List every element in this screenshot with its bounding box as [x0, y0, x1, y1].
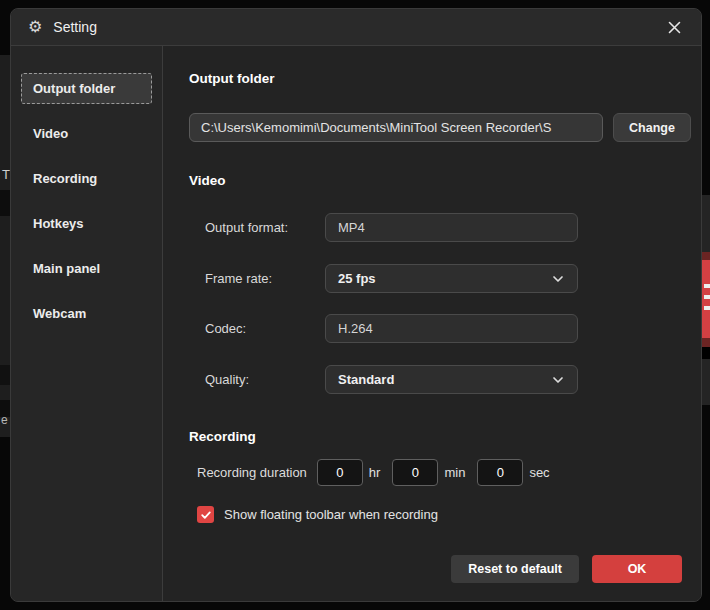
codec-value: H.264: [338, 321, 373, 336]
frame-rate-label: Frame rate:: [205, 271, 325, 286]
titlebar: ⚙ Setting: [11, 9, 701, 46]
record-button-glyph-line: [704, 295, 710, 299]
settings-content: Output folder Change Video Output format…: [163, 46, 701, 601]
record-button-fragment-top: [702, 252, 710, 260]
change-folder-button[interactable]: Change: [613, 113, 691, 142]
recording-heading: Recording: [189, 428, 691, 445]
record-button-glyph-line: [704, 306, 710, 310]
output-format-field[interactable]: MP4: [325, 213, 578, 242]
output-format-row: Output format: MP4: [189, 213, 691, 242]
settings-sidebar: Output folder Video Recording Hotkeys Ma…: [11, 46, 163, 601]
sidebar-item-recording[interactable]: Recording: [21, 163, 152, 194]
quality-dropdown[interactable]: Standard: [325, 365, 578, 394]
background-block: [702, 347, 710, 359]
close-icon: [668, 21, 681, 34]
video-heading: Video: [189, 172, 691, 189]
hours-unit-label: hr: [369, 465, 381, 480]
background-block: [0, 365, 10, 385]
output-format-label: Output format:: [205, 220, 325, 235]
reset-to-default-button[interactable]: Reset to default: [451, 555, 579, 583]
output-format-value: MP4: [338, 220, 365, 235]
quality-value: Standard: [338, 372, 394, 387]
seconds-unit-label: sec: [529, 465, 549, 480]
minutes-unit-label: min: [444, 465, 465, 480]
close-button[interactable]: [664, 17, 684, 37]
output-path-input[interactable]: [189, 113, 603, 142]
duration-minutes-input[interactable]: [392, 459, 438, 486]
background-block: [0, 190, 10, 216]
frame-rate-dropdown[interactable]: 25 fps: [325, 264, 578, 293]
show-floating-toolbar-checkbox[interactable]: [197, 506, 214, 523]
record-button-glyph-line: [704, 284, 710, 288]
sidebar-item-hotkeys[interactable]: Hotkeys: [21, 208, 152, 239]
dialog-title: Setting: [53, 19, 97, 35]
record-button-fragment-bottom: [702, 338, 710, 347]
background-window-right-strip: [702, 195, 710, 405]
dialog-footer: Reset to default OK: [189, 555, 691, 583]
chevron-down-icon: [551, 272, 565, 286]
duration-hours-input[interactable]: [317, 459, 363, 486]
frame-rate-row: Frame rate: 25 fps: [189, 264, 691, 293]
chevron-down-icon: [551, 373, 565, 387]
sidebar-item-webcam[interactable]: Webcam: [21, 298, 152, 329]
duration-seconds-input[interactable]: [477, 459, 523, 486]
background-window-left-strip: T e: [0, 55, 10, 437]
quality-row: Quality: Standard: [189, 365, 691, 394]
background-text-fragment: T: [2, 167, 10, 182]
codec-field[interactable]: H.264: [325, 314, 578, 343]
sidebar-item-video[interactable]: Video: [21, 118, 152, 149]
output-folder-heading: Output folder: [189, 70, 691, 87]
output-folder-row: Change: [189, 113, 691, 142]
recording-duration-label: Recording duration: [197, 465, 307, 480]
recording-duration-row: Recording duration hr min sec: [197, 459, 691, 486]
background-text-fragment: e: [1, 413, 8, 427]
show-floating-toolbar-label: Show floating toolbar when recording: [224, 507, 438, 522]
codec-row: Codec: H.264: [189, 314, 691, 343]
frame-rate-value: 25 fps: [338, 271, 376, 286]
codec-label: Codec:: [205, 321, 325, 336]
settings-dialog: ⚙ Setting Output folder Video Recording …: [10, 8, 702, 602]
checkmark-icon: [200, 509, 212, 521]
settings-gear-icon: ⚙: [28, 19, 42, 35]
quality-label: Quality:: [205, 372, 325, 387]
record-button-fragment: [702, 260, 710, 338]
ok-button[interactable]: OK: [592, 555, 682, 583]
floating-toolbar-row: Show floating toolbar when recording: [197, 506, 691, 523]
sidebar-item-main-panel[interactable]: Main panel: [21, 253, 152, 284]
sidebar-item-output-folder[interactable]: Output folder: [21, 73, 152, 104]
